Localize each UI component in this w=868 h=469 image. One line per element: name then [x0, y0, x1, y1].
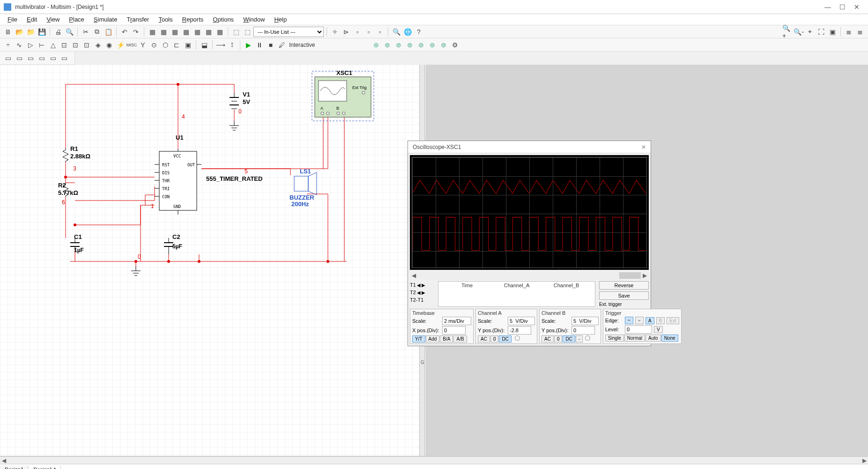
menu-view[interactable]: View [42, 15, 64, 24]
ni-icon[interactable]: ⬡ [160, 40, 171, 50]
undo-icon[interactable]: ↶ [119, 27, 130, 37]
print-preview-icon[interactable]: 🔍 [64, 27, 74, 37]
trig-none-button[interactable]: None [661, 335, 678, 342]
t2-right-arrow[interactable]: ▶ [422, 290, 425, 295]
minimize-button[interactable]: — [824, 3, 831, 11]
source-icon[interactable]: ÷ [3, 40, 13, 50]
settings-icon[interactable]: ⚙ [450, 40, 460, 50]
chb-color-radio[interactable] [585, 335, 590, 341]
analysis1-icon[interactable]: ⊚ [371, 40, 381, 50]
tab-design1-modified[interactable]: Design1 * [29, 466, 61, 469]
timebase-scale-input[interactable] [442, 317, 471, 325]
cha-ypos-input[interactable] [508, 326, 531, 335]
grid6-icon[interactable]: ▦ [203, 27, 214, 37]
instr5-icon[interactable]: ▭ [48, 53, 58, 63]
trigger-unit[interactable]: V [654, 326, 663, 333]
analysis7-icon[interactable]: ⊚ [438, 40, 449, 50]
analysis3-icon[interactable]: ⊚ [393, 40, 404, 50]
menu-place[interactable]: Place [64, 15, 89, 24]
misc2-icon[interactable]: MISC [126, 40, 137, 50]
cha-dc-button[interactable]: DC [499, 335, 511, 342]
power-icon[interactable]: ⚡ [115, 40, 126, 50]
zoom-icon[interactable]: 🔍 [391, 27, 401, 37]
cut-icon[interactable]: ✂ [81, 27, 91, 37]
menu-options[interactable]: Options [208, 15, 238, 24]
t2-left-arrow[interactable]: ◀ [417, 290, 421, 295]
new-icon[interactable]: 🗎 [3, 27, 13, 37]
neticon-2[interactable]: ▫ [352, 27, 363, 37]
print-icon[interactable]: 🖨 [53, 27, 63, 37]
component2-icon[interactable]: ⬚ [242, 27, 252, 37]
neticon-3[interactable]: ▫ [364, 27, 374, 37]
chb-scale-input[interactable] [571, 317, 599, 325]
redo-icon[interactable]: ↷ [131, 27, 141, 37]
instr4-icon[interactable]: ▭ [37, 53, 47, 63]
oscilloscope-close-icon[interactable]: ✕ [641, 144, 646, 150]
open2-icon[interactable]: 📁 [25, 27, 36, 37]
instr2-icon[interactable]: ▭ [14, 53, 24, 63]
t1-right-arrow[interactable]: ▶ [422, 283, 425, 288]
stop-button[interactable]: ■ [266, 40, 276, 50]
trig-single-button[interactable]: Single [605, 335, 624, 342]
transistor-icon[interactable]: ⊢ [37, 40, 47, 50]
instr6-icon[interactable]: ▭ [59, 53, 69, 63]
pause-button[interactable]: ⏸ [254, 40, 265, 50]
zoom-out-icon[interactable]: 🔍- [794, 27, 804, 37]
analysis5-icon[interactable]: ⊚ [416, 40, 426, 50]
fullscreen-icon[interactable]: ▣ [827, 27, 838, 37]
zoom-area-icon[interactable]: ⌖ [805, 27, 815, 37]
mcu-icon[interactable]: ▣ [183, 40, 193, 50]
grid4-icon[interactable]: ▦ [181, 27, 191, 37]
chb-zero-button[interactable]: 0 [554, 335, 563, 342]
ttl-icon[interactable]: ⊡ [59, 40, 69, 50]
oscilloscope-window[interactable]: Oscilloscope-XSC1 ✕ ◀▶ T1 ◀▶ T2 ◀▶ T2-T1 [408, 141, 651, 346]
bus-icon[interactable]: ⟶ [215, 40, 226, 50]
timebase-xpos-input[interactable] [442, 326, 466, 335]
basic-icon[interactable]: ∿ [14, 40, 24, 50]
chb-minus-button[interactable]: - [576, 335, 583, 342]
analysis4-icon[interactable]: ⊚ [405, 40, 415, 50]
component-icon[interactable]: ⬚ [231, 27, 241, 37]
list1-icon[interactable]: ≣ [844, 27, 854, 37]
help-icon[interactable]: ? [414, 27, 424, 37]
grid7-icon[interactable]: ▦ [215, 27, 225, 37]
grid3-icon[interactable]: ▦ [170, 27, 180, 37]
run-button[interactable]: ▶ [243, 40, 253, 50]
oscilloscope-scrollbar[interactable]: ◀▶ [410, 272, 649, 279]
trig-ext-button[interactable]: Ext [667, 317, 679, 324]
tab-design1[interactable]: Design1 [0, 466, 29, 469]
electromech-icon[interactable]: ⊙ [149, 40, 159, 50]
grid2-icon[interactable]: ▦ [158, 27, 169, 37]
chb-dc-button[interactable]: DC [563, 335, 575, 342]
analysis6-icon[interactable]: ⊚ [427, 40, 438, 50]
diode-icon[interactable]: ▷ [25, 40, 36, 50]
indicator-icon[interactable]: ◉ [104, 40, 114, 50]
list2-icon[interactable]: ≣ [855, 27, 865, 37]
instr1-icon[interactable]: ▭ [3, 53, 13, 63]
trigger-level-input[interactable] [625, 325, 652, 334]
analog-icon[interactable]: △ [48, 40, 58, 50]
paste-icon[interactable]: 📋 [103, 27, 113, 37]
save-button[interactable]: Save [599, 291, 649, 300]
menu-edit[interactable]: Edit [22, 15, 42, 24]
probe-icon[interactable]: ✧ [330, 27, 340, 37]
edge-rising-button[interactable]: 𝄐 [625, 317, 633, 324]
save-icon[interactable]: 💾 [37, 27, 47, 37]
grid1-icon[interactable]: ▦ [147, 27, 157, 37]
menu-reports[interactable]: Reports [178, 15, 208, 24]
cha-ac-button[interactable]: AC [478, 335, 490, 342]
scroll-left-icon[interactable]: ◀ [0, 457, 7, 464]
t1-left-arrow[interactable]: ◀ [417, 283, 421, 288]
cha-scale-input[interactable] [508, 317, 535, 325]
chb-ypos-input[interactable] [571, 326, 595, 335]
add-button[interactable]: Add [426, 335, 440, 342]
trig-a-button[interactable]: A [645, 317, 654, 324]
zoom-fit-icon[interactable]: ⛶ [816, 27, 826, 37]
ba-button[interactable]: B/A [440, 335, 453, 342]
oscilloscope-title-bar[interactable]: Oscilloscope-XSC1 ✕ [408, 141, 651, 153]
trig-auto-button[interactable]: Auto [645, 335, 661, 342]
trig-normal-button[interactable]: Normal [624, 335, 645, 342]
menu-file[interactable]: File [3, 15, 22, 24]
menu-simulate[interactable]: Simulate [89, 15, 122, 24]
chb-ac-button[interactable]: AC [542, 335, 554, 342]
